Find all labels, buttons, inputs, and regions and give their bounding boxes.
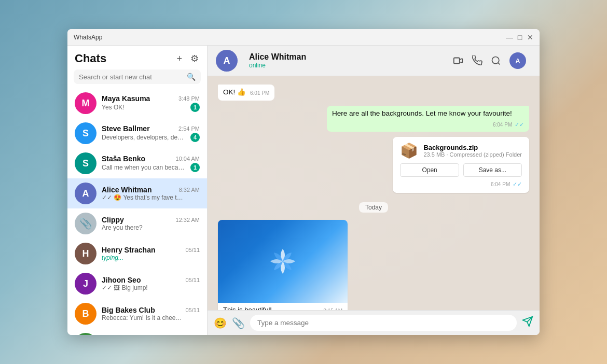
chat-preview-row: Developers, developers, develo... 4 [102, 133, 200, 142]
chat-list-item[interactable]: S Steve Ballmer 2:54 PM Developers, deve… [67, 118, 207, 148]
send-button[interactable] [522, 316, 533, 330]
chat-info: Jihoon Seo 05/11 ✓✓ 🖼 Big jump! [102, 276, 200, 291]
message-bubble: OK! 👍 6:01 PM [218, 85, 274, 101]
chat-avatar: H [75, 243, 96, 264]
search-input[interactable] [79, 73, 187, 81]
chat-list-item[interactable]: J Jihoon Seo 05/11 ✓✓ 🖼 Big jump! [67, 269, 207, 299]
contact-status: online [249, 62, 306, 69]
sidebar-header: Chats + ⚙ [67, 46, 207, 69]
chat-list-item[interactable]: J João Pereira 04/11 ✓✓ 🔇 Opened [67, 329, 207, 335]
message-text: OK! 👍 [223, 88, 246, 96]
chat-list-item[interactable]: H Henry Strachan 05/11 typing... [67, 239, 207, 269]
chat-header-info: Alice Whitman online [249, 52, 306, 69]
chat-preview-row: Are you there? [102, 224, 200, 231]
image-placeholder [218, 220, 348, 303]
tick-icon: ✓✓ [515, 121, 524, 128]
file-icon: 📦 [400, 142, 418, 159]
search-chat-button[interactable] [491, 55, 501, 66]
voice-call-button[interactable] [472, 55, 482, 66]
chat-name: Steve Ballmer [102, 124, 150, 133]
emoji-button[interactable]: 😊 [214, 317, 227, 329]
chat-avatar: S [75, 122, 96, 144]
chat-info: Alice Whitman 8:32 AM ✓✓ 😍 Yes that's my… [102, 186, 200, 201]
chat-name-row: Big Bakes Club 05/11 [102, 306, 200, 314]
video-call-button[interactable] [452, 55, 464, 66]
message-time: 6:04 PM ✓✓ [493, 121, 524, 129]
open-file-button[interactable]: Open [400, 163, 459, 177]
chat-info: Maya Kasuma 3:48 PM Yes OK! 1 [102, 94, 200, 112]
chat-name: Jihoon Seo [102, 276, 141, 284]
message-time: 6:01 PM [250, 90, 269, 97]
sidebar: Chats + ⚙ 🔍 M Maya Kasuma 3:48 PM [67, 46, 208, 335]
file-size: 23.5 MB · Compressed (zipped) Folder [423, 151, 522, 158]
chat-time: 10:04 AM [176, 156, 200, 162]
app-body: Chats + ⚙ 🔍 M Maya Kasuma 3:48 PM [67, 46, 540, 335]
chat-name: Henry Strachan [102, 246, 155, 254]
win11-logo-icon [262, 241, 304, 282]
sidebar-header-icons: + ⚙ [175, 52, 200, 65]
settings-button[interactable]: ⚙ [189, 52, 200, 65]
chat-list-item[interactable]: B Big Bakes Club 05/11 Rebecca: Yum! Is … [67, 299, 207, 329]
chat-time: 05/11 [185, 247, 200, 253]
save-file-button[interactable]: Save as... [463, 163, 522, 177]
chat-header: A Alice Whitman online [208, 46, 540, 76]
chat-list-item[interactable]: S Staša Benko 10:04 AM Call me when you … [67, 148, 207, 178]
chat-preview: ✓✓ 🖼 Big jump! [102, 284, 148, 291]
user-avatar: A [509, 52, 526, 69]
chat-avatar: B [75, 303, 96, 325]
chat-time: 2:54 PM [178, 125, 200, 132]
file-name: Backgrounds.zip [423, 144, 522, 151]
chat-name-row: Alice Whitman 8:32 AM [102, 186, 200, 194]
chat-info: Henry Strachan 05/11 typing... [102, 246, 200, 261]
message-time: 6:04 PM ✓✓ [491, 181, 522, 188]
file-details: Backgrounds.zip 23.5 MB · Compressed (zi… [423, 144, 522, 158]
search-icon[interactable]: 🔍 [187, 73, 196, 81]
tick-icon: ✓✓ [513, 181, 522, 187]
contact-avatar: A [216, 50, 238, 72]
chat-name: Clippy [102, 216, 124, 224]
chat-list-item[interactable]: M Maya Kasuma 3:48 PM Yes OK! 1 [67, 88, 207, 118]
svg-point-0 [492, 57, 499, 64]
chat-avatar: 📎 [75, 213, 96, 234]
image-caption: This is beautiful! 8:15 AM [218, 303, 348, 310]
chat-preview: ✓✓ 😍 Yes that's my fave too! [102, 194, 185, 201]
chat-time: 05/11 [185, 277, 200, 283]
date-label: Today [359, 202, 388, 213]
chat-header-actions: A [452, 52, 531, 69]
chat-preview: Developers, developers, develo... [102, 134, 185, 141]
image-bubble: This is beautiful! 8:15 AM [218, 220, 348, 310]
message-row: This is beautiful! 8:15 AM [218, 220, 529, 310]
chat-name: Alice Whitman [102, 186, 151, 194]
chat-preview-row: ✓✓ 🖼 Big jump! [102, 284, 200, 291]
message-text: Here are all the backgrounds. Let me kno… [332, 109, 512, 117]
new-chat-button[interactable]: + [175, 52, 183, 65]
message-row: OK! 👍 6:01 PM [218, 85, 529, 101]
messages-area[interactable]: OK! 👍 6:01 PM Here are all the backgroun… [208, 76, 540, 310]
chat-preview-row: ✓✓ 😍 Yes that's my fave too! [102, 194, 200, 201]
message-input[interactable] [250, 315, 517, 331]
sidebar-title: Chats [75, 52, 106, 65]
chat-info: Big Bakes Club 05/11 Rebecca: Yum! Is it… [102, 306, 200, 321]
chat-time: 05/11 [185, 307, 200, 313]
chat-list-item[interactable]: A Alice Whitman 8:32 AM ✓✓ 😍 Yes that's … [67, 178, 207, 208]
title-bar: WhatsApp — □ ✕ [67, 29, 540, 46]
chat-header-left: A Alice Whitman online [216, 50, 306, 72]
chat-preview: typing... [102, 254, 123, 261]
chat-info: Staša Benko 10:04 AM Call me when you ca… [102, 155, 200, 172]
message-bubble: Here are all the backgrounds. Let me kno… [327, 106, 529, 132]
unread-badge: 4 [190, 133, 200, 142]
window-controls: — □ ✕ [506, 34, 533, 40]
chat-name-row: Jihoon Seo 05/11 [102, 276, 200, 284]
chat-list-item[interactable]: 📎 Clippy 12:32 AM Are you there? [67, 208, 207, 239]
close-button[interactable]: ✕ [527, 34, 533, 40]
chat-avatar: A [75, 183, 96, 204]
minimize-button[interactable]: — [506, 34, 513, 40]
chat-time: 3:48 PM [178, 95, 200, 102]
chat-time: 8:32 AM [179, 187, 200, 193]
chat-preview: Rebecca: Yum! Is it a cheesecake? [102, 314, 185, 321]
search-box[interactable]: 🔍 [74, 69, 201, 84]
chat-name-row: Clippy 12:32 AM [102, 216, 200, 224]
maximize-button[interactable]: □ [517, 34, 523, 40]
attachment-button[interactable]: 📎 [232, 317, 245, 329]
chat-preview: Are you there? [102, 224, 143, 231]
